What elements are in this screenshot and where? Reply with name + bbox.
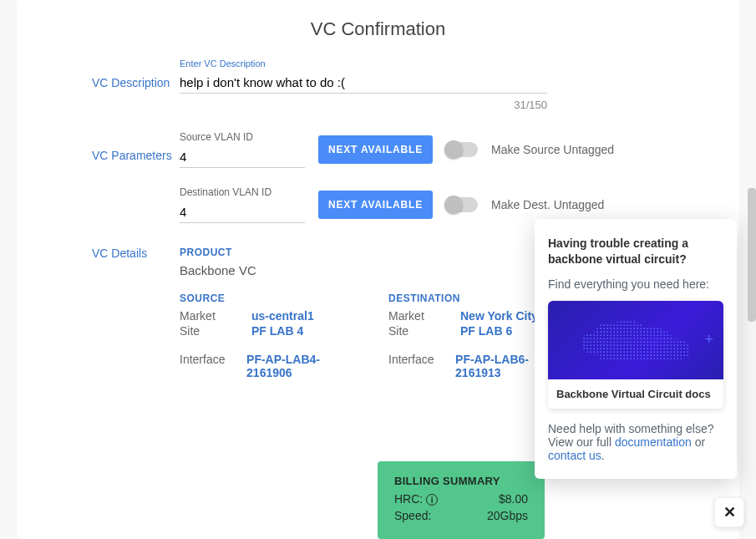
- source-interface-value: PF-AP-LAB4-2161906: [246, 353, 355, 379]
- help-title: Having trouble creating a backbone virtu…: [548, 236, 723, 267]
- help-doc-caption: Backbone Virtual Circuit docs: [548, 379, 723, 409]
- vc-details-section-label: VC Details: [92, 247, 180, 260]
- close-icon: ✕: [723, 503, 736, 521]
- dest-vlan-row: Destination VLAN ID NEXT AVAILABLE Make …: [180, 186, 664, 223]
- source-next-available-button[interactable]: NEXT AVAILABLE: [318, 135, 433, 164]
- vc-description-counter: 31/150: [180, 99, 547, 111]
- page-scrollbar[interactable]: [748, 188, 756, 322]
- help-doc-image: +: [548, 301, 723, 379]
- billing-hrc-value: $8.00: [499, 492, 528, 506]
- source-column: SOURCE Marketus-central1 SitePF LAB 4 In…: [180, 292, 355, 381]
- source-vlan-label: Source VLAN ID: [180, 131, 305, 143]
- cloud-icon: [573, 318, 698, 368]
- help-extra-text: Need help with something else? View our …: [548, 422, 723, 462]
- dest-market-label: Market: [388, 309, 445, 323]
- toggle-knob: [444, 140, 463, 159]
- help-popover: Having trouble creating a backbone virtu…: [535, 219, 737, 479]
- vc-description-row: VC Description Enter VC Description 31/1…: [92, 58, 664, 111]
- source-market-value: us-central1: [251, 309, 314, 323]
- source-site-label: Site: [180, 324, 236, 338]
- vc-description-input[interactable]: [180, 72, 547, 94]
- documentation-link[interactable]: documentation: [615, 435, 692, 449]
- page-title: VC Confirmation: [92, 18, 664, 40]
- close-help-button[interactable]: ✕: [714, 497, 744, 527]
- source-interface-label: Interface: [180, 353, 231, 379]
- source-market-label: Market: [180, 309, 236, 323]
- vc-description-float-label: Enter VC Description: [180, 58, 547, 69]
- source-vlan-input[interactable]: [180, 146, 305, 168]
- dest-vlan-label: Destination VLAN ID: [180, 186, 305, 198]
- source-untagged-toggle[interactable]: [446, 142, 478, 157]
- dest-untagged-label: Make Dest. Untagged: [491, 198, 604, 211]
- source-header: SOURCE: [180, 292, 355, 304]
- source-vlan-row: Source VLAN ID NEXT AVAILABLE Make Sourc…: [180, 131, 664, 168]
- dest-site-value: PF LAB 6: [460, 324, 512, 338]
- help-doc-card[interactable]: + Backbone Virtual Circuit docs: [548, 301, 723, 409]
- dest-market-value: New York City: [460, 309, 538, 323]
- billing-title: BILLING SUMMARY: [394, 475, 528, 487]
- page-root: VC Confirmation VC Description Enter VC …: [0, 0, 756, 539]
- dest-site-label: Site: [388, 324, 445, 338]
- dest-interface-label: Interface: [388, 353, 440, 379]
- dest-next-available-button[interactable]: NEXT AVAILABLE: [318, 191, 433, 219]
- billing-speed-label: Speed:: [394, 509, 431, 522]
- contact-us-link[interactable]: contact us: [548, 449, 601, 462]
- source-untagged-label: Make Source Untagged: [491, 143, 614, 156]
- source-site-value: PF LAB 4: [251, 324, 303, 338]
- dest-vlan-input[interactable]: [180, 201, 305, 223]
- dest-untagged-toggle[interactable]: [446, 197, 478, 212]
- info-icon[interactable]: i: [426, 494, 438, 506]
- toggle-knob: [444, 196, 463, 214]
- vc-parameters-row: VC Parameters Source VLAN ID NEXT AVAILA…: [92, 131, 664, 226]
- billing-hrc-label: HRC:i: [394, 492, 438, 506]
- billing-speed-value: 20Gbps: [487, 509, 528, 522]
- billing-summary-panel: BILLING SUMMARY HRC:i $8.00 Speed: 20Gbp…: [378, 461, 545, 539]
- vc-parameters-section-label: VC Parameters: [92, 131, 180, 162]
- plus-icon: +: [704, 331, 713, 348]
- vc-description-section-label: VC Description: [92, 58, 180, 89]
- help-lead: Find everything you need here:: [548, 277, 723, 291]
